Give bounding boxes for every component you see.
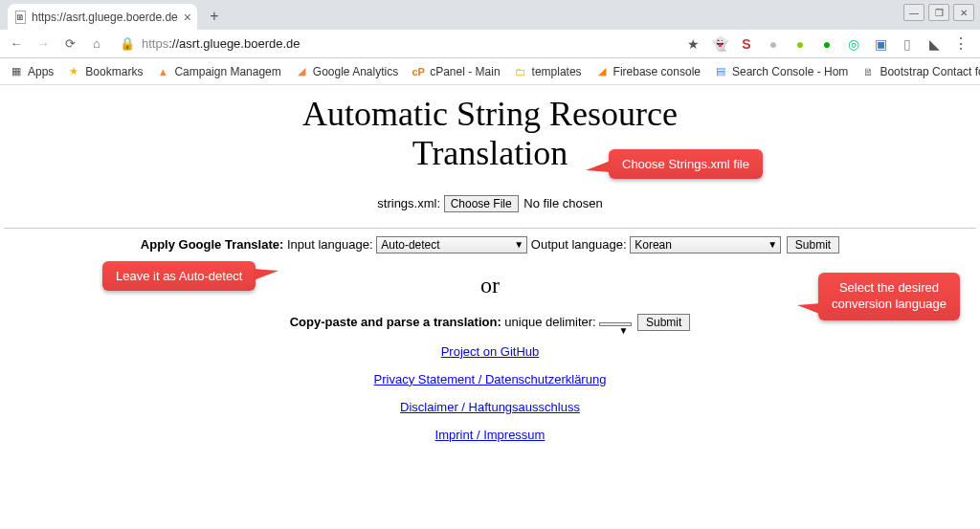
chrome-menu-button[interactable]: ⋮ — [953, 34, 969, 53]
bookmarks-bar: ▦Apps ★Bookmarks ▲Campaign Managem ◢Goog… — [0, 58, 980, 85]
bookmark-item[interactable]: ◢Google Analytics — [295, 65, 398, 78]
annotation-callout: Select the desiredconversion language — [818, 273, 960, 320]
copy-paste-label: Copy-paste and parse a translation: — [290, 315, 501, 329]
extension-icon[interactable]: ▯ — [900, 36, 915, 52]
annotation-callout: Choose Strings.xml file — [609, 149, 763, 179]
bookmark-item[interactable]: 🗀templates — [514, 65, 582, 78]
back-button[interactable]: ← — [8, 35, 25, 53]
extension-icon[interactable]: ● — [819, 36, 835, 52]
chevron-down-icon: ▼ — [768, 239, 777, 250]
submit-button[interactable]: Submit — [637, 314, 690, 331]
bookmark-bookmarks[interactable]: ★Bookmarks — [67, 65, 143, 78]
bookmark-icon: ◢ — [595, 65, 609, 78]
apply-translate-label: Apply Google Translate: — [141, 237, 284, 252]
divider — [4, 228, 976, 229]
window-close-button[interactable]: ✕ — [953, 4, 974, 21]
star-icon: ★ — [67, 65, 80, 78]
window-minimize-button[interactable]: — — [903, 4, 924, 21]
bookmark-item[interactable]: ▲Campaign Managem — [156, 65, 280, 78]
translate-row: Apply Google Translate: Input language: … — [0, 236, 980, 253]
input-language-select[interactable]: Auto-detect▼ — [376, 236, 527, 253]
bookmark-icon: ▲ — [156, 65, 169, 78]
bookmark-item[interactable]: 🗎Bootstrap Contact fo — [861, 65, 980, 78]
page-icon: 🗎 — [861, 65, 875, 78]
bookmark-icon: ◢ — [295, 65, 308, 78]
browser-tab-strip: 🗎 https://asrt.gluege.boerde.de × + — ❐ … — [0, 0, 980, 30]
output-language-select[interactable]: Korean▼ — [630, 236, 781, 253]
link-disclaimer[interactable]: Disclaimer / Haftungsausschluss — [400, 400, 580, 414]
extension-icon[interactable]: S — [739, 36, 754, 52]
link-github[interactable]: Project on GitHub — [441, 344, 540, 359]
forward-button[interactable]: → — [34, 35, 52, 53]
tab-title: https://asrt.gluege.boerde.de — [32, 11, 178, 24]
footer-links: Project on GitHub Privacy Statement / Da… — [0, 331, 980, 442]
bookmark-item[interactable]: cPcPanel - Main — [412, 65, 500, 78]
link-privacy[interactable]: Privacy Statement / Datenschutzerklärung — [374, 372, 607, 386]
window-maximize-button[interactable]: ❐ — [928, 4, 949, 21]
browser-tab[interactable]: 🗎 https://asrt.gluege.boerde.de × — [8, 4, 197, 30]
extension-icon[interactable]: 👻 — [712, 36, 727, 52]
page-title: Automatic String ResourceTranslation — [0, 95, 980, 174]
delimiter-select[interactable]: ▼ — [599, 322, 632, 326]
bookmark-item[interactable]: ▤Search Console - Hom — [714, 65, 848, 78]
extension-icon[interactable]: ▣ — [873, 36, 888, 52]
file-status: No file chosen — [523, 196, 602, 210]
input-language-label: Input language: — [287, 237, 373, 252]
bookmark-icon: ▤ — [714, 65, 727, 78]
reload-button[interactable]: ⟳ — [61, 35, 78, 53]
address-bar[interactable]: 🔒 https://asrt.gluege.boerde.de — [115, 33, 304, 55]
extension-icon[interactable]: ● — [766, 36, 781, 52]
chevron-down-icon: ▼ — [514, 239, 523, 250]
delimiter-label: unique delimiter: — [504, 315, 595, 329]
address-url: https://asrt.gluege.boerde.de — [142, 36, 301, 51]
apps-icon: ▦ — [10, 65, 23, 78]
file-upload-row: strings.xml: Choose File No file chosen — [0, 195, 980, 212]
new-tab-button[interactable]: + — [203, 5, 226, 28]
submit-button[interactable]: Submit — [787, 236, 839, 253]
annotation-callout: Leave it as Auto-detect — [102, 261, 256, 291]
bookmark-item[interactable]: ◢Firebase console — [595, 65, 701, 78]
window-controls: — ❐ ✕ — [903, 4, 974, 21]
link-imprint[interactable]: Imprint / Impressum — [435, 428, 546, 442]
address-bar-row: ← → ⟳ ⌂ 🔒 https://asrt.gluege.boerde.de … — [0, 30, 980, 58]
extension-icon[interactable]: ◣ — [926, 36, 942, 52]
page-icon: 🗎 — [15, 11, 26, 24]
bookmark-star-icon[interactable]: ★ — [685, 36, 701, 52]
close-tab-icon[interactable]: × — [184, 10, 191, 25]
extension-icon[interactable]: ◎ — [846, 36, 861, 52]
lock-icon: 🔒 — [119, 35, 136, 53]
choose-file-button[interactable]: Choose File — [444, 195, 519, 212]
output-language-label: Output language: — [531, 237, 627, 252]
bookmark-apps[interactable]: ▦Apps — [10, 65, 54, 78]
folder-icon: 🗀 — [514, 65, 527, 78]
file-label: strings.xml: — [377, 196, 440, 210]
home-button[interactable]: ⌂ — [88, 35, 105, 53]
extensions-bar: ★ 👻 S ● ● ● ◎ ▣ ▯ ◣ ⋮ — [685, 34, 972, 53]
extension-icon[interactable]: ● — [792, 36, 808, 52]
chevron-down-icon: ▼ — [618, 325, 628, 336]
bookmark-icon: cP — [412, 65, 425, 78]
